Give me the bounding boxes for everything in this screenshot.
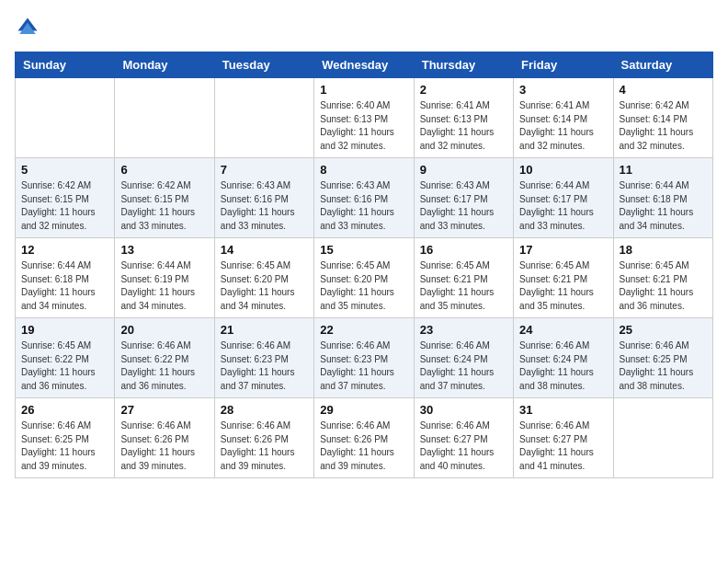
calendar-cell: 25Sunrise: 6:46 AM Sunset: 6:25 PM Dayli… xyxy=(613,318,712,398)
day-info: Sunrise: 6:45 AM Sunset: 6:21 PM Dayligh… xyxy=(620,259,707,313)
calendar-cell: 12Sunrise: 6:44 AM Sunset: 6:18 PM Dayli… xyxy=(16,238,115,318)
calendar-cell: 4Sunrise: 6:42 AM Sunset: 6:14 PM Daylig… xyxy=(613,78,712,158)
calendar-cell: 27Sunrise: 6:46 AM Sunset: 6:26 PM Dayli… xyxy=(115,398,214,478)
day-info: Sunrise: 6:46 AM Sunset: 6:24 PM Dayligh… xyxy=(519,339,607,393)
day-info: Sunrise: 6:43 AM Sunset: 6:16 PM Dayligh… xyxy=(320,179,407,233)
day-number: 12 xyxy=(21,243,108,257)
calendar-cell xyxy=(613,398,712,478)
day-info: Sunrise: 6:46 AM Sunset: 6:22 PM Dayligh… xyxy=(120,339,208,393)
day-number: 19 xyxy=(21,323,108,337)
calendar-cell: 18Sunrise: 6:45 AM Sunset: 6:21 PM Dayli… xyxy=(613,238,712,318)
calendar-cell: 22Sunrise: 6:46 AM Sunset: 6:23 PM Dayli… xyxy=(314,318,414,398)
calendar-cell: 3Sunrise: 6:41 AM Sunset: 6:14 PM Daylig… xyxy=(514,78,613,158)
day-info: Sunrise: 6:46 AM Sunset: 6:23 PM Dayligh… xyxy=(221,339,308,393)
day-info: Sunrise: 6:41 AM Sunset: 6:13 PM Dayligh… xyxy=(420,99,507,153)
calendar-header-row: SundayMondayTuesdayWednesdayThursdayFrid… xyxy=(16,52,713,78)
day-info: Sunrise: 6:46 AM Sunset: 6:24 PM Dayligh… xyxy=(420,339,507,393)
calendar-cell: 17Sunrise: 6:45 AM Sunset: 6:21 PM Dayli… xyxy=(514,238,613,318)
calendar-cell: 23Sunrise: 6:46 AM Sunset: 6:24 PM Dayli… xyxy=(414,318,513,398)
day-info: Sunrise: 6:45 AM Sunset: 6:21 PM Dayligh… xyxy=(420,259,507,313)
day-info: Sunrise: 6:44 AM Sunset: 6:19 PM Dayligh… xyxy=(120,259,208,313)
day-number: 4 xyxy=(620,83,707,97)
calendar-cell: 20Sunrise: 6:46 AM Sunset: 6:22 PM Dayli… xyxy=(115,318,214,398)
calendar-table: SundayMondayTuesdayWednesdayThursdayFrid… xyxy=(15,52,713,478)
calendar-cell: 26Sunrise: 6:46 AM Sunset: 6:25 PM Dayli… xyxy=(16,398,115,478)
calendar-cell: 24Sunrise: 6:46 AM Sunset: 6:24 PM Dayli… xyxy=(514,318,613,398)
day-info: Sunrise: 6:42 AM Sunset: 6:15 PM Dayligh… xyxy=(21,179,108,233)
day-number: 14 xyxy=(221,243,308,257)
weekday-header-thursday: Thursday xyxy=(414,52,513,78)
calendar-week-row: 26Sunrise: 6:46 AM Sunset: 6:25 PM Dayli… xyxy=(16,398,713,478)
calendar-cell: 29Sunrise: 6:46 AM Sunset: 6:26 PM Dayli… xyxy=(314,398,414,478)
day-number: 22 xyxy=(320,323,407,337)
logo xyxy=(15,15,44,40)
day-number: 1 xyxy=(320,83,407,97)
day-number: 15 xyxy=(320,243,407,257)
calendar-cell: 10Sunrise: 6:44 AM Sunset: 6:17 PM Dayli… xyxy=(514,158,613,238)
day-info: Sunrise: 6:44 AM Sunset: 6:18 PM Dayligh… xyxy=(620,179,707,233)
day-number: 30 xyxy=(420,403,507,417)
calendar-cell xyxy=(115,78,214,158)
day-number: 25 xyxy=(620,323,707,337)
calendar-cell: 11Sunrise: 6:44 AM Sunset: 6:18 PM Dayli… xyxy=(613,158,712,238)
day-info: Sunrise: 6:41 AM Sunset: 6:14 PM Dayligh… xyxy=(519,99,607,153)
calendar-cell: 1Sunrise: 6:40 AM Sunset: 6:13 PM Daylig… xyxy=(314,78,414,158)
calendar-cell: 16Sunrise: 6:45 AM Sunset: 6:21 PM Dayli… xyxy=(414,238,513,318)
day-number: 29 xyxy=(320,403,407,417)
calendar-cell: 15Sunrise: 6:45 AM Sunset: 6:20 PM Dayli… xyxy=(314,238,414,318)
weekday-header-sunday: Sunday xyxy=(16,52,115,78)
day-info: Sunrise: 6:42 AM Sunset: 6:15 PM Dayligh… xyxy=(120,179,208,233)
day-number: 13 xyxy=(120,243,208,257)
calendar-cell: 19Sunrise: 6:45 AM Sunset: 6:22 PM Dayli… xyxy=(16,318,115,398)
day-number: 26 xyxy=(21,403,108,417)
day-info: Sunrise: 6:45 AM Sunset: 6:22 PM Dayligh… xyxy=(21,339,108,393)
day-info: Sunrise: 6:42 AM Sunset: 6:14 PM Dayligh… xyxy=(620,99,707,153)
day-number: 5 xyxy=(21,163,108,177)
weekday-header-friday: Friday xyxy=(514,52,613,78)
calendar-cell: 5Sunrise: 6:42 AM Sunset: 6:15 PM Daylig… xyxy=(16,158,115,238)
calendar-cell xyxy=(16,78,115,158)
day-number: 27 xyxy=(120,403,208,417)
day-info: Sunrise: 6:45 AM Sunset: 6:20 PM Dayligh… xyxy=(320,259,407,313)
day-info: Sunrise: 6:43 AM Sunset: 6:17 PM Dayligh… xyxy=(420,179,507,233)
weekday-header-tuesday: Tuesday xyxy=(214,52,313,78)
weekday-header-monday: Monday xyxy=(115,52,214,78)
day-number: 16 xyxy=(420,243,507,257)
calendar-cell: 8Sunrise: 6:43 AM Sunset: 6:16 PM Daylig… xyxy=(314,158,414,238)
calendar-cell: 13Sunrise: 6:44 AM Sunset: 6:19 PM Dayli… xyxy=(115,238,214,318)
logo-icon xyxy=(15,15,40,40)
day-info: Sunrise: 6:45 AM Sunset: 6:21 PM Dayligh… xyxy=(519,259,607,313)
day-number: 31 xyxy=(519,403,607,417)
day-info: Sunrise: 6:43 AM Sunset: 6:16 PM Dayligh… xyxy=(221,179,308,233)
day-number: 23 xyxy=(420,323,507,337)
calendar-cell: 6Sunrise: 6:42 AM Sunset: 6:15 PM Daylig… xyxy=(115,158,214,238)
calendar-cell: 21Sunrise: 6:46 AM Sunset: 6:23 PM Dayli… xyxy=(214,318,313,398)
day-info: Sunrise: 6:46 AM Sunset: 6:25 PM Dayligh… xyxy=(620,339,707,393)
day-info: Sunrise: 6:46 AM Sunset: 6:27 PM Dayligh… xyxy=(420,419,507,473)
calendar-week-row: 12Sunrise: 6:44 AM Sunset: 6:18 PM Dayli… xyxy=(16,238,713,318)
calendar-week-row: 19Sunrise: 6:45 AM Sunset: 6:22 PM Dayli… xyxy=(16,318,713,398)
day-number: 24 xyxy=(519,323,607,337)
day-number: 10 xyxy=(519,163,607,177)
calendar-cell xyxy=(214,78,313,158)
day-info: Sunrise: 6:46 AM Sunset: 6:27 PM Dayligh… xyxy=(519,419,607,473)
calendar-cell: 30Sunrise: 6:46 AM Sunset: 6:27 PM Dayli… xyxy=(414,398,513,478)
day-number: 21 xyxy=(221,323,308,337)
day-number: 11 xyxy=(620,163,707,177)
calendar-cell: 9Sunrise: 6:43 AM Sunset: 6:17 PM Daylig… xyxy=(414,158,513,238)
day-info: Sunrise: 6:44 AM Sunset: 6:18 PM Dayligh… xyxy=(21,259,108,313)
day-number: 9 xyxy=(420,163,507,177)
day-number: 3 xyxy=(519,83,607,97)
day-info: Sunrise: 6:46 AM Sunset: 6:26 PM Dayligh… xyxy=(221,419,308,473)
calendar-cell: 2Sunrise: 6:41 AM Sunset: 6:13 PM Daylig… xyxy=(414,78,513,158)
page-header xyxy=(15,15,713,40)
day-number: 2 xyxy=(420,83,507,97)
day-number: 28 xyxy=(221,403,308,417)
weekday-header-wednesday: Wednesday xyxy=(314,52,414,78)
day-number: 8 xyxy=(320,163,407,177)
day-number: 7 xyxy=(221,163,308,177)
calendar-week-row: 5Sunrise: 6:42 AM Sunset: 6:15 PM Daylig… xyxy=(16,158,713,238)
calendar-cell: 31Sunrise: 6:46 AM Sunset: 6:27 PM Dayli… xyxy=(514,398,613,478)
day-info: Sunrise: 6:40 AM Sunset: 6:13 PM Dayligh… xyxy=(320,99,407,153)
calendar-cell: 14Sunrise: 6:45 AM Sunset: 6:20 PM Dayli… xyxy=(214,238,313,318)
